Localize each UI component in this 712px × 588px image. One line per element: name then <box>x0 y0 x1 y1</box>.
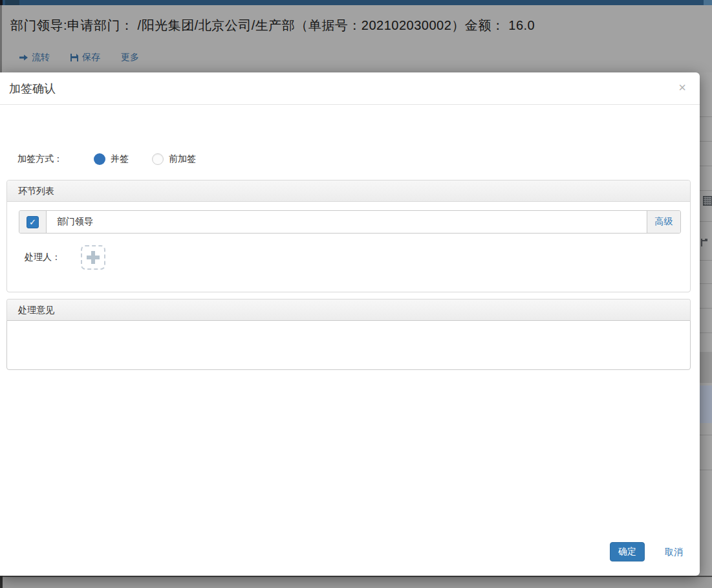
method-label: 加签方式： <box>17 153 63 165</box>
save-label: 保存 <box>82 52 100 63</box>
step-name: 部门领导 <box>47 211 647 233</box>
steps-panel: 环节列表 ✓ 部门领导 高级 处理人： <box>6 180 691 292</box>
handler-label: 处理人： <box>25 252 61 263</box>
step-row: ✓ 部门领导 高级 <box>19 210 681 234</box>
close-icon[interactable]: × <box>675 80 689 94</box>
checked-checkbox-icon[interactable]: ✓ <box>27 216 39 228</box>
flow-transfer-button[interactable]: 流转 <box>19 52 50 63</box>
underlying-page-header: 部门领导:申请部门： /阳光集团/北京公司/生产部（单据号：2021020300… <box>0 5 712 72</box>
step-checkbox-cell: ✓ <box>19 211 47 233</box>
floppy-disk-icon <box>70 54 78 61</box>
table-line <box>700 190 712 191</box>
dimmed-selection-band <box>700 386 712 423</box>
comment-textarea[interactable] <box>6 320 691 370</box>
countersign-method-row: 加签方式： 并签 前加签 <box>17 153 196 165</box>
flow-transfer-label: 流转 <box>32 52 50 63</box>
dimmed-section-band <box>700 352 712 383</box>
bottom-strip-corner <box>0 576 3 588</box>
cancel-button[interactable]: 取消 <box>665 547 683 558</box>
document-title: 部门领导:申请部门： /阳光集团/北京公司/生产部（单据号：2021020300… <box>10 17 535 34</box>
radio-option-pre-sign[interactable]: 前加签 <box>152 153 196 165</box>
table-line <box>700 166 712 166</box>
more-button[interactable]: 更多 <box>121 52 139 63</box>
backdrop-bottom-strip <box>0 576 712 588</box>
table-line <box>700 116 712 117</box>
radio-label: 并签 <box>111 153 129 165</box>
radio-label: 前加签 <box>169 153 196 165</box>
top-bar-left-notch <box>0 0 3 5</box>
advanced-button[interactable]: 高级 <box>647 211 680 233</box>
dialog-header: 加签确认 × <box>0 72 700 105</box>
page-left-edge <box>0 5 2 72</box>
radio-unselected-icon[interactable] <box>152 153 164 165</box>
comment-panel-header: 处理意见 <box>6 299 691 320</box>
radio-option-parallel-sign[interactable]: 并签 <box>94 153 129 165</box>
table-line <box>700 141 712 142</box>
table-line <box>700 283 712 284</box>
top-chrome-bar <box>0 0 712 5</box>
bottom-strip-edge <box>0 576 712 577</box>
top-bar-left-segment <box>5 0 19 5</box>
save-button[interactable]: 保存 <box>70 52 100 63</box>
steps-panel-title: 环节列表 <box>7 180 690 202</box>
add-handler-button plus-icon[interactable] <box>81 245 105 270</box>
countersign-dialog: 加签确认 × 加签方式： 并签 前加签 环节列表 ✓ <box>0 72 700 576</box>
comment-panel-title: 处理意见 <box>7 299 690 321</box>
ok-button[interactable]: 确定 <box>610 542 645 561</box>
table-line <box>700 308 712 309</box>
more-label: 更多 <box>121 52 139 63</box>
workflow-toolbar: 流转 保存 更多 <box>19 52 139 63</box>
radio-selected-icon[interactable] <box>94 153 105 165</box>
grid-picker-icon <box>703 196 712 206</box>
dialog-footer: 确定 取消 <box>0 542 700 563</box>
dialog-title: 加签确认 <box>9 81 56 96</box>
table-line <box>700 435 712 435</box>
table-line <box>700 221 712 222</box>
method-radio-group: 并签 前加签 <box>94 153 196 165</box>
table-line <box>700 332 712 333</box>
handler-row: 处理人： <box>25 245 105 270</box>
arrow-right-icon <box>19 54 28 61</box>
flow-node-icon <box>701 239 707 246</box>
backdrop-right-strip <box>700 72 712 588</box>
table-line <box>700 260 712 261</box>
table-line <box>700 470 712 470</box>
top-bar-right-segment <box>704 0 712 5</box>
